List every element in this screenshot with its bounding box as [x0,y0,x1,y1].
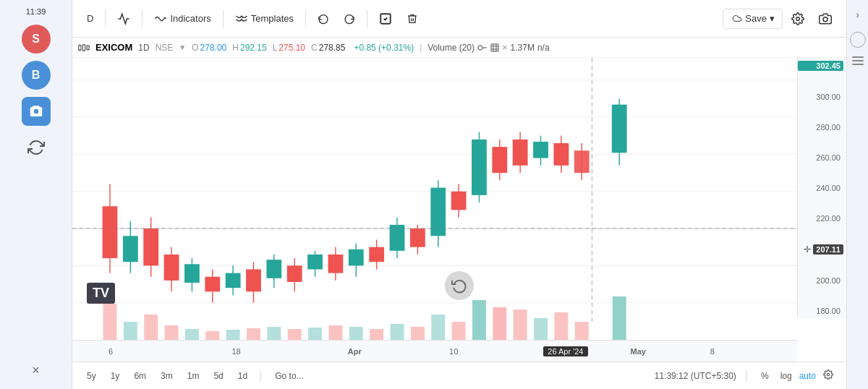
close-button[interactable]: × [23,357,49,383]
toolbar: D Indicators Templates [72,0,846,38]
period-3m[interactable]: 3m [155,369,179,383]
svg-rect-63 [451,192,467,210]
gear-icon [823,369,833,380]
svg-rect-45 [266,260,281,278]
undo-icon [318,13,329,25]
svg-rect-47 [287,265,302,282]
undo-button[interactable] [312,9,335,28]
avatar-s[interactable]: S [22,25,51,54]
time-label-10: 10 [449,347,458,356]
snapshot-button[interactable] [813,9,838,29]
price-300: 300.00 [798,93,843,101]
refresh-icon-btn[interactable] [22,133,51,162]
svg-point-2 [823,17,827,21]
bar-line-2 [852,60,864,61]
svg-rect-75 [574,150,590,173]
camera-avatar[interactable] [22,97,51,126]
period-5y[interactable]: 5y [81,369,102,383]
svg-rect-73 [553,143,569,166]
avatar-b[interactable]: B [22,61,51,90]
volume-settings-icon[interactable] [477,43,488,52]
chevron-left-icon: › [856,9,859,20]
separator-1 [105,10,106,27]
indicators-button[interactable]: Indicators [148,9,216,27]
time-label-may: May [631,347,646,356]
price-180: 180.00 [798,307,843,315]
interval-display: 1D [138,43,149,53]
volume-close-icon[interactable]: × [502,42,508,53]
cloud-icon [731,13,742,25]
save-dropdown-arrow: ▾ [770,13,775,24]
chart-area[interactable]: TV [72,58,846,340]
separator-5 [367,10,367,27]
camera-icon [28,103,44,119]
svg-rect-14 [491,44,498,51]
date-badge: 26 Apr '24 [543,346,587,356]
bars-button[interactable] [852,56,864,65]
interval-button[interactable]: D [81,9,99,27]
time-axis: 6 18 Apr 10 26 Apr '24 May 8 [72,340,797,362]
save-button[interactable]: Save ▾ [723,9,783,29]
check-icon [379,12,392,25]
redo-button[interactable] [338,9,361,28]
price-280: 280.00 [798,123,843,132]
svg-rect-71 [533,142,548,158]
right-panel: › [846,0,868,389]
svg-rect-51 [328,255,344,273]
svg-rect-55 [369,247,384,262]
low-value: L 275.10 [273,43,305,53]
price-220: 220.00 [798,214,843,223]
svg-point-1 [796,17,800,20]
delete-button[interactable] [401,9,424,28]
log-button[interactable]: log [776,369,796,383]
left-sidebar: 11:39 S B × [0,0,72,389]
tv-watermark: TV [87,283,115,304]
replay-button[interactable] [445,271,474,300]
bar-line-3 [852,64,864,65]
period-1m[interactable]: 1m [182,369,205,383]
svg-rect-77 [612,105,627,153]
close-value: C 278.85 [311,43,345,53]
high-value: H 292.15 [232,43,266,53]
period-5d[interactable]: 5d [208,369,229,383]
replay-icon [451,278,467,294]
volume-eye-icon[interactable] [490,43,499,52]
svg-rect-6 [82,45,85,51]
svg-rect-65 [472,140,487,195]
price-200: 200.00 [798,276,843,285]
bottom-toolbar: 5y 1y 6m 3m 1m 5d 1d | Go to... 11:39:12… [72,362,846,389]
period-1y[interactable]: 1y [105,369,126,383]
indicators-icon [154,14,167,24]
time-label-18: 18 [231,347,240,356]
current-price-label: 302.45 [798,61,843,71]
timestamp-display: 11:39:12 (UTC+5:30) [655,371,736,381]
svg-rect-3 [79,45,81,49]
svg-point-12 [478,46,482,50]
templates-button[interactable]: Templates [229,9,299,27]
percent-button[interactable]: % [757,369,773,383]
symbol-name: EXICOM [95,42,132,53]
svg-rect-41 [226,273,241,288]
collapse-right-button[interactable]: › [849,6,867,23]
period-6m[interactable]: 6m [128,369,152,383]
sidebar-bottom: × [23,357,49,383]
right-circle-button[interactable] [850,32,866,48]
templates-icon [235,14,248,24]
cursor-price-label: 207.11 [813,244,843,255]
goto-button[interactable]: Go to... [268,369,310,383]
screenshot-check-button[interactable] [373,9,398,29]
open-value: O 278.00 [192,43,226,53]
chart-settings-button[interactable] [819,367,838,384]
separator-3 [223,10,224,27]
price-240: 240.00 [798,184,843,192]
settings-icon [791,12,804,25]
period-1d[interactable]: 1d [232,369,253,383]
separator-4 [305,10,306,27]
svg-rect-43 [246,270,261,292]
compare-button[interactable] [111,9,136,29]
main-area: D Indicators Templates [72,0,846,389]
dropdown-arrow[interactable]: ▼ [179,43,186,51]
svg-rect-53 [349,249,364,266]
settings-button[interactable] [786,9,810,29]
auto-button[interactable]: auto [799,371,816,381]
